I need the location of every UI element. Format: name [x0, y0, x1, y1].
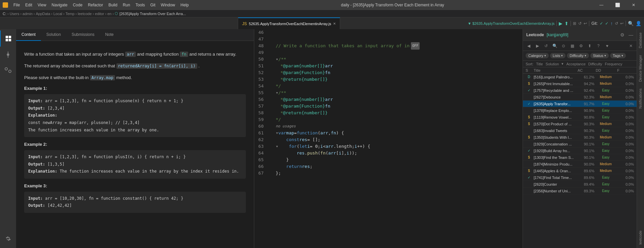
list-row[interactable]: [1378]Replace Emplo... 90.9% Easy 0.0% [523, 107, 637, 114]
filter-difficulty[interactable]: Difficulty ▾ [567, 53, 589, 58]
fold-62[interactable]: ▾ [276, 143, 278, 150]
filter-lists[interactable]: Lists ▾ [550, 53, 566, 58]
breadcrumb-editor[interactable]: editor [95, 12, 104, 16]
code-line-65: return res ; [276, 163, 517, 170]
activity-settings[interactable] [0, 231, 16, 247]
settings-list[interactable]: ⚙ [577, 42, 585, 50]
maximize-button[interactable]: ⬜ [610, 0, 625, 10]
breadcrumb-filename[interactable]: [2635]Apply Transform Over Each Arra... [119, 12, 186, 16]
menu-navigate[interactable]: Navigate [49, 1, 70, 9]
sort-title[interactable]: Title [536, 62, 543, 66]
menu-git[interactable]: Git [148, 1, 158, 9]
list-row[interactable]: $ [1350]Students With l... 90.3% Medium … [523, 134, 637, 141]
list-row[interactable]: [2627]Debounce 92.3% Medium 0.0% [523, 94, 637, 101]
fold-50[interactable]: ▾ [276, 56, 278, 63]
breadcrumb-leetcode[interactable]: leetcode [78, 12, 92, 16]
list-row[interactable]: [1683]Invalid Tweets 90.3% Easy 0.0% [523, 127, 637, 134]
upload-icon[interactable]: ⬆ [586, 42, 593, 50]
sort-frequency[interactable]: Frequency [605, 62, 622, 66]
clear-filters[interactable]: ✕ [627, 42, 635, 50]
breadcrumb-local[interactable]: Local [53, 12, 62, 16]
breadcrumb-users[interactable]: Users [10, 12, 19, 16]
tab-note[interactable]: Note [100, 29, 119, 41]
list-row[interactable]: D [516]Longest Palindro... 61.2% Medium … [523, 74, 637, 80]
list-row[interactable]: $ [1445]Apples & Oran... 89.6% Medium 0.… [523, 168, 637, 174]
active-tab-close[interactable]: ✕ [333, 22, 336, 25]
breadcrumb-c[interactable]: C: [3, 12, 6, 16]
filter-category[interactable]: Category ▾ [526, 53, 549, 58]
code-editor[interactable]: // Write a function that takes an input … [270, 29, 523, 248]
git-refresh[interactable]: ↺ [615, 21, 618, 26]
sort-acceptance[interactable]: Acceptance [566, 62, 585, 66]
list-row[interactable]: [1929]Concatenation ... 90.1% Easy 0.0% [523, 141, 637, 147]
nav-back[interactable]: ◀ [525, 42, 532, 50]
calendar-icon[interactable]: ⊙ [560, 42, 567, 50]
heart-icon[interactable]: ♥ [603, 42, 611, 50]
list-row[interactable]: $ [1119]Remove Vowel... 90.8% Easy 0.0% [523, 114, 637, 121]
user-icon[interactable]: 👤 [636, 21, 641, 26]
toolbar-undo[interactable]: ↩ [584, 21, 587, 26]
close-button[interactable]: ✕ [626, 0, 641, 10]
sort-solution[interactable]: Solution [546, 62, 559, 66]
tab-content[interactable]: Content [16, 29, 41, 41]
search-icon[interactable]: 🔍 [628, 21, 634, 26]
run-button[interactable]: ▶ [559, 21, 562, 26]
tab-submissions[interactable]: Submissions [66, 29, 100, 41]
fold-55[interactable]: ▾ [276, 89, 278, 96]
git-arrow-up[interactable]: ↑ [610, 21, 613, 26]
tab-solution[interactable]: Solution [41, 29, 66, 41]
submit-button[interactable]: ⬆ [565, 21, 569, 26]
menu-window[interactable]: Window [158, 1, 178, 9]
nav-forward[interactable]: ▶ [534, 42, 541, 50]
breadcrumb-appdata[interactable]: AppData [36, 12, 50, 16]
menu-edit[interactable]: Edit [22, 1, 35, 9]
bar-chart-icon[interactable]: ▦ [569, 42, 576, 50]
list-row[interactable]: [1874]Minimize Produ... 90.0% Medium 0.0… [523, 161, 637, 168]
menu-code[interactable]: Code [70, 1, 85, 9]
settings-icon[interactable]: ⚙ [620, 32, 625, 38]
toolbar-refresh[interactable]: ↺ [578, 21, 582, 26]
side-tab-database[interactable]: Database [637, 29, 644, 52]
list-row[interactable]: $ [1570]Dot Product of ... 90.3% Medium … [523, 121, 637, 127]
side-tab-notifications[interactable]: Notifications [637, 85, 644, 112]
menu-build[interactable]: Build [106, 1, 120, 9]
fold-60[interactable]: ▾ [276, 130, 278, 136]
menu-help[interactable]: Help [178, 1, 192, 9]
filter-status[interactable]: Status ▾ [590, 53, 609, 58]
git-undo[interactable]: ↩ [620, 21, 624, 26]
list-row[interactable]: ✓ [1920]Build Array fro... 90.1% Easy 0.… [523, 147, 637, 154]
menu-refactor[interactable]: Refactor [85, 1, 106, 9]
active-editor-tab[interactable]: JS 52635.ApplyTransformOverEachElementin… [238, 17, 340, 29]
breadcrumb-en[interactable]: en [107, 12, 111, 16]
breadcrumb-admin[interactable]: admin [22, 12, 33, 16]
menu-tools[interactable]: Tools [133, 1, 148, 9]
help-icon[interactable]: ? [595, 42, 602, 50]
search-list[interactable]: 🔍 [551, 42, 558, 50]
side-tab-device-manager[interactable]: Device Manager [637, 52, 644, 85]
filter-tags[interactable]: Tags ▾ [610, 53, 626, 58]
list-row[interactable]: $ [1303]Find the Team S... 90.1% Easy 0.… [523, 154, 637, 161]
close-filter[interactable]: ✕ [627, 42, 635, 50]
problem-description: Write a function that takes an input arr… [24, 51, 246, 58]
sort-dropdown-arrow[interactable]: ▾ [561, 62, 564, 66]
minimize-button[interactable]: — [594, 0, 609, 10]
refresh-list[interactable]: ↺ [542, 42, 550, 50]
list-row[interactable]: [2356]Number of Uni... 89.3% Easy 0.0% [523, 188, 637, 194]
activity-commit[interactable] [0, 47, 16, 63]
list-row[interactable]: $ [1265]Print Immutable... 94.2% Medium … [523, 80, 637, 87]
list-row[interactable]: ✓ [1741]Find Total Time... 89.6% Easy 0.… [523, 174, 637, 181]
menu-file[interactable]: File [11, 1, 22, 9]
list-row[interactable]: ✓ [1757]Recyclable and ... 92.4% Easy 0.… [523, 87, 637, 94]
toolbar-copy[interactable]: ⊞ [573, 21, 576, 26]
activity-pull-requests[interactable] [0, 63, 16, 79]
menu-run[interactable]: Run [120, 1, 133, 9]
breadcrumb-temp[interactable]: Temp [65, 12, 74, 16]
list-row[interactable]: [2620]Counter 89.4% Easy 0.0% [523, 181, 637, 188]
sort-difficulty[interactable]: Difficulty [588, 62, 602, 66]
panel-minimize[interactable]: — [629, 32, 633, 38]
activity-project[interactable] [0, 30, 16, 47]
side-tab-leetcode[interactable]: leetcode [637, 227, 644, 248]
dropdown-selector[interactable]: ▼ $2635.ApplyTransformOverEachElementinA… [468, 21, 554, 25]
menu-view[interactable]: View [35, 1, 49, 9]
list-row-selected[interactable]: ✓ [2635]Apply Transfor... 91.7% Easy 0.0… [523, 101, 637, 107]
